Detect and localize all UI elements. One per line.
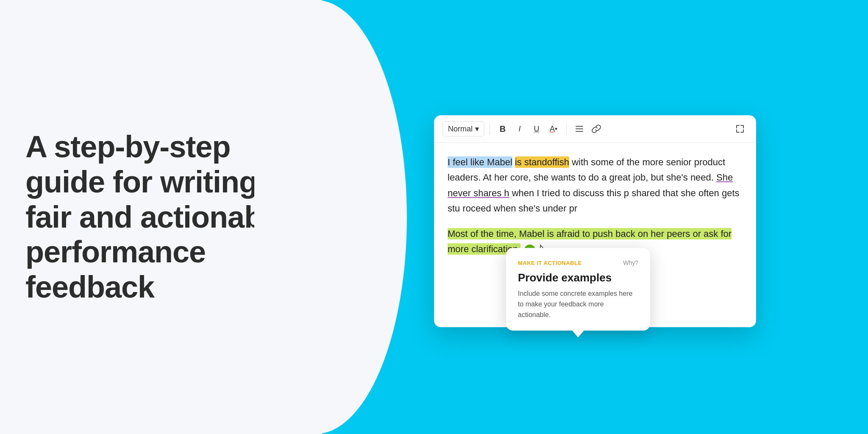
expand-button[interactable] (732, 121, 748, 136)
svg-rect-0 (576, 126, 583, 127)
editor-card: Normal ▾ B I U A ▾ (434, 115, 756, 327)
text-3: when I tried to discuss this p (512, 188, 629, 198)
underline-button[interactable]: U (529, 121, 544, 136)
highlight-blue: I feel like Mabel (448, 156, 512, 168)
right-panel: Normal ▾ B I U A ▾ (322, 0, 868, 434)
style-dropdown[interactable]: Normal ▾ (442, 121, 484, 136)
tooltip-title: Provide examples (518, 271, 638, 284)
tooltip-body: Include some concrete examples here to m… (518, 289, 638, 320)
toolbar: Normal ▾ B I U A ▾ (434, 115, 756, 143)
editor-body[interactable]: I feel like Mabel is standoffish with so… (434, 143, 756, 281)
expand-icon (735, 124, 745, 134)
style-label: Normal (448, 125, 473, 134)
font-color-button[interactable]: A ▾ (546, 121, 561, 136)
highlight-yellow: is standoffish (515, 156, 569, 168)
list-icon (575, 124, 584, 134)
link-button[interactable] (589, 121, 604, 136)
tooltip-why-button[interactable]: Why? (623, 258, 638, 268)
divider-2 (566, 123, 567, 135)
bold-button[interactable]: B (495, 121, 510, 136)
chevron-down-icon-2: ▾ (555, 126, 557, 132)
divider-1 (490, 123, 490, 135)
tooltip-header: MAKE IT ACTIONABLE Why? (518, 258, 638, 268)
font-color-icon: A (550, 125, 555, 134)
tooltip-popup: MAKE IT ACTIONABLE Why? Provide examples… (506, 248, 650, 331)
chevron-down-icon: ▾ (475, 124, 479, 134)
link-icon (592, 124, 601, 134)
text-5: roceed when she's under pr (462, 203, 577, 214)
svg-rect-1 (576, 128, 583, 129)
text-need: need. (690, 172, 716, 183)
list-button[interactable] (572, 121, 587, 136)
italic-button[interactable]: I (512, 121, 527, 136)
svg-rect-2 (576, 131, 583, 132)
tooltip-label: MAKE IT ACTIONABLE (518, 259, 582, 267)
paragraph-1: I feel like Mabel is standoffish with so… (448, 155, 743, 216)
